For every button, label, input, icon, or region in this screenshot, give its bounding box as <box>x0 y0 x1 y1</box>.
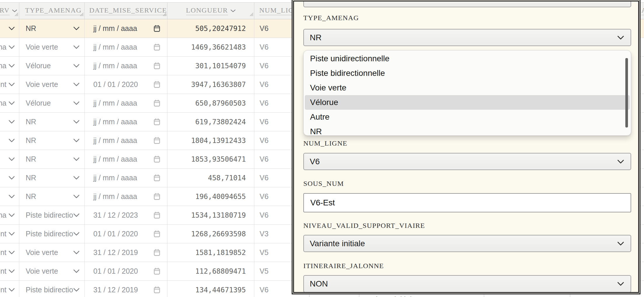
column-resize-handle-icon[interactable] <box>249 10 253 18</box>
date-mise-service-cell-input[interactable]: jj / mm / aaaa <box>85 57 167 75</box>
date-mise-service-cell-input[interactable]: jj / mm / aaaa <box>85 113 167 131</box>
date-mise-service-cell-input[interactable]: 01 / 01 / 2020 <box>85 75 167 94</box>
longueur-cell[interactable]: 1804,13912433 <box>167 131 254 150</box>
column-header-longueur[interactable]: LONGUEUR <box>167 3 254 19</box>
select-value-fragment: ent <box>0 80 6 89</box>
niveau-valid-support-viaire-select[interactable]: Variante initiale <box>303 235 631 252</box>
longueur-cell[interactable]: 1853,93506471 <box>167 150 254 168</box>
column-header-label: DATE_MISE_SERVICE <box>89 6 167 15</box>
longueur-value: 1804,13912433 <box>191 137 246 145</box>
dropdown-option[interactable]: Autre <box>304 110 631 124</box>
column-header-rv[interactable]: RV <box>0 3 19 19</box>
type-amenag-cell-select[interactable]: NR <box>19 113 85 131</box>
type-amenag-cell-select[interactable]: NR <box>19 150 85 168</box>
type-amenag-cell-select[interactable]: Voie verte <box>19 75 85 94</box>
row-leading-select[interactable]: ent <box>0 243 19 262</box>
row-leading-select[interactable] <box>0 19 19 38</box>
row-leading-select[interactable]: ent <box>0 225 19 243</box>
longueur-cell[interactable]: 458,71014 <box>167 169 254 187</box>
longueur-cell[interactable]: 1534,13180719 <box>167 206 254 224</box>
type-amenag-cell-select[interactable]: Voie verte <box>19 262 85 280</box>
select-value: Voie verte <box>26 248 58 257</box>
type-amenag-cell-select[interactable]: Piste bidirectionnelle <box>19 281 85 297</box>
chevron-down-icon <box>8 64 15 68</box>
date-placeholder: jj / mm / aaaa <box>93 62 137 70</box>
longueur-cell[interactable]: 1469,36621483 <box>167 38 254 56</box>
num-ligne-select[interactable]: V6 <box>303 153 631 170</box>
date-mise-service-cell-input[interactable]: jj / mm / aaaa <box>85 169 167 187</box>
row-leading-select[interactable]: na <box>0 206 19 224</box>
row-leading-select[interactable]: na <box>0 94 19 112</box>
clipped-field-above[interactable] <box>303 1 631 7</box>
type-amenag-cell-select[interactable]: Vélorue <box>19 94 85 112</box>
dropdown-scrollbar[interactable] <box>625 58 628 127</box>
select-value: Piste bidirectionnelle <box>26 286 73 294</box>
type-amenag-cell-select[interactable]: Voie verte <box>19 38 85 56</box>
column-header-date-mise-service[interactable]: DATE_MISE_SERVICE <box>85 3 167 19</box>
date-mise-service-cell-input[interactable]: jj / mm / aaaa <box>85 150 167 168</box>
date-mise-service-cell-input[interactable]: 31 / 12 / 2019 <box>85 243 167 262</box>
type-amenag-cell-select[interactable]: Vélorue <box>19 57 85 75</box>
date-mise-service-cell-input[interactable]: 31 / 12 / 2019 <box>85 281 167 297</box>
type-amenag-cell-select[interactable]: Voie verte <box>19 243 85 262</box>
dropdown-option-highlighted[interactable]: Vélorue <box>305 95 630 110</box>
type-amenag-cell-select[interactable]: Piste bidirectionnelle <box>19 206 85 224</box>
longueur-cell[interactable]: 619,73802424 <box>167 113 254 131</box>
type-amenag-cell-select[interactable]: NR <box>19 187 85 206</box>
calendar-icon <box>153 267 161 275</box>
dropdown-option[interactable]: Voie verte <box>304 81 631 95</box>
column-resize-handle-icon[interactable] <box>162 10 167 18</box>
num-ligne-value: V6 <box>260 118 269 126</box>
longueur-cell[interactable]: 650,87960503 <box>167 94 254 112</box>
row-leading-select[interactable]: na <box>0 38 19 56</box>
row-leading-select[interactable] <box>0 187 19 206</box>
type-amenag-cell-select[interactable]: NR <box>19 169 85 187</box>
sous-num-input[interactable]: V6-Est <box>303 193 631 212</box>
row-leading-select[interactable] <box>0 169 19 187</box>
chevron-down-icon <box>73 83 80 86</box>
calendar-icon <box>153 211 161 219</box>
type-amenag-select[interactable]: NR <box>303 29 631 46</box>
date-mise-service-cell-input[interactable]: jj / mm / aaaa <box>85 94 167 112</box>
longueur-cell[interactable]: 1268,26693598 <box>167 225 254 243</box>
column-resize-handle-icon[interactable] <box>14 10 18 18</box>
select-value: Vélorue <box>26 62 51 70</box>
row-leading-select[interactable]: ent <box>0 281 19 297</box>
type-amenag-cell-select[interactable]: Piste bidirectionnelle <box>19 225 85 243</box>
longueur-cell[interactable]: 505,20247912 <box>167 19 254 38</box>
longueur-cell[interactable]: 112,68809471 <box>167 262 254 280</box>
dropdown-option[interactable]: Piste unidirectionnelle <box>304 51 631 66</box>
date-mise-service-cell-input[interactable]: 01 / 01 / 2020 <box>85 225 167 243</box>
longueur-cell[interactable]: 196,40094655 <box>167 187 254 206</box>
date-mise-service-cell-input[interactable]: jj / mm / aaaa <box>85 131 167 150</box>
row-leading-select[interactable]: ent <box>0 75 19 94</box>
date-mise-service-cell-input[interactable]: jj / mm / aaaa <box>85 38 167 56</box>
row-leading-select[interactable] <box>0 113 19 131</box>
num-ligne-value: V6 <box>260 62 269 70</box>
attribute-table-screen: RV TYPE_AMENAG DATE_MISE_SERVICE LONGUEU… <box>0 0 644 297</box>
longueur-cell[interactable]: 3947,16363807 <box>167 75 254 94</box>
itineraire-jalonne-select[interactable]: NON <box>303 275 631 293</box>
dropdown-option[interactable]: Piste bidirectionnelle <box>304 66 631 81</box>
row-leading-select[interactable] <box>0 131 19 150</box>
date-mise-service-cell-input[interactable]: 01 / 01 / 2020 <box>85 262 167 280</box>
row-leading-select[interactable]: na <box>0 57 19 75</box>
calendar-icon <box>153 62 161 70</box>
field-label-sous-num: SOUS_NUM <box>303 179 631 188</box>
column-resize-handle-icon[interactable] <box>79 10 84 18</box>
column-header-type-amenag[interactable]: TYPE_AMENAG <box>19 3 85 19</box>
type-amenag-cell-select[interactable]: NR <box>19 19 85 38</box>
date-placeholder: jj / mm / aaaa <box>93 99 137 107</box>
calendar-icon <box>153 137 161 144</box>
longueur-cell[interactable]: 301,10154079 <box>167 57 254 75</box>
date-mise-service-cell-input[interactable]: 31 / 12 / 2023 <box>85 206 167 224</box>
row-leading-select[interactable] <box>0 150 19 168</box>
dropdown-option[interactable]: NR <box>304 124 631 136</box>
date-mise-service-cell-input[interactable]: jj / mm / aaaa <box>85 187 167 206</box>
type-amenag-cell-select[interactable]: NR <box>19 131 85 150</box>
longueur-cell[interactable]: 134,44671395 <box>167 281 254 297</box>
type-amenag-dropdown-list: Piste unidirectionnelle Piste bidirectio… <box>303 50 631 136</box>
date-mise-service-cell-input[interactable]: jj / mm / aaaa <box>85 19 167 38</box>
longueur-cell[interactable]: 1581,1819852 <box>167 243 254 262</box>
row-leading-select[interactable]: ent <box>0 262 19 280</box>
